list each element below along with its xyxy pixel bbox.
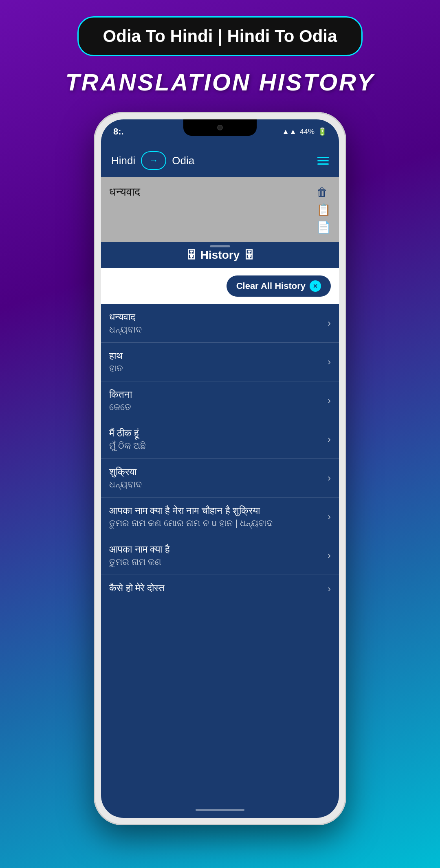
history-translated-5: ତୁମର ନାମ କଣ ମୋର ନାମ ଚ u ହାନ | ଧନ୍ୟବାଦ [109,518,323,529]
history-title-row: 🗄 History 🗄 [186,249,254,262]
history-translated-2: କେତେ [109,402,323,412]
history-item-0[interactable]: धन्यवाद ଧନ୍ୟବାଦ › [101,304,339,343]
target-language: Odia [172,154,194,167]
camera [217,125,223,130]
history-item-text-3: मैं ठीक हूं ମୁଁ ଠିକ ଅଛି [109,427,323,451]
history-original-6: आपका नाम क्या है [109,544,323,555]
chevron-icon-5: › [328,511,331,522]
history-translated-1: ହାତ [109,363,323,374]
clear-history-bar: Clear All History × [101,268,339,304]
arrow-icon: → [149,155,158,166]
language-switcher[interactable]: Hindi → Odia [111,151,194,170]
history-db-icon-left: 🗄 [186,249,196,262]
history-original-4: शुक्रिया [109,466,323,478]
history-item-2[interactable]: कितना କେତେ › [101,381,339,420]
history-item-5[interactable]: आपका नाम क्या है मेरा नाम चौहान है शुक्र… [101,498,339,536]
swap-language-button[interactable]: → [141,151,166,170]
history-item-4[interactable]: शुक्रिया ଧନ୍ୟବାଦ › [101,459,339,498]
clear-all-history-button[interactable]: Clear All History × [227,275,331,297]
status-time: 8:. [113,126,124,137]
battery-indicator: 44% [300,128,315,136]
history-item-text-2: कितना କେତେ [109,389,323,412]
chevron-icon-6: › [328,550,331,561]
chevron-icon-0: › [328,317,331,329]
history-original-1: हाथ [109,350,323,361]
source-text-display: धन्यवाद [109,185,312,199]
history-item-text-1: हाथ ହାତ [109,350,323,374]
history-original-7: कैसे हो मेरे दोस्त [109,582,323,594]
history-db-icon-right: 🗄 [244,249,254,262]
share-icon[interactable]: 📄 [317,220,331,234]
chevron-icon-7: › [328,583,331,595]
notch [183,119,257,136]
history-item-text-4: शुक्रिया ଧନ୍ୟବାଦ [109,466,323,490]
battery-icon: 🔋 [318,127,327,136]
history-original-5: आपका नाम क्या है मेरा नाम चौहान है शुक्र… [109,505,323,516]
chevron-icon-1: › [328,356,331,368]
history-list: धन्यवाद ଧନ୍ୟବାଦ › हाथ ହାତ › कितना କେତେ › [101,304,339,802]
phone-mockup: 8:. ▲▲ 44% 🔋 Hindi → Odia [94,112,346,825]
app-title-banner: Odia To Hindi | Hindi To Odia [77,16,363,56]
history-original-3: मैं ठीक हूं [109,427,323,439]
status-icons: ▲▲ 44% 🔋 [282,127,327,136]
history-translated-4: ଧନ୍ୟବାଦ [109,479,323,490]
history-title-text: History [200,249,240,262]
delete-icon[interactable]: 🗑 [317,185,331,199]
home-indicator [101,802,339,818]
history-item-text-0: धन्यवाद ଧନ୍ୟବାଦ [109,311,323,335]
chevron-icon-2: › [328,395,331,406]
app-title-text: Odia To Hindi | Hindi To Odia [103,26,337,46]
history-item-text-6: आपका नाम क्या है ତୁମର ନାମ କଣ [109,544,323,567]
menu-line-2 [317,160,329,161]
history-item-7[interactable]: कैसे हो मेरे दोस्त › [101,575,339,603]
history-original-0: धन्यवाद [109,311,323,323]
history-item-text-5: आपका नाम क्या है मेरा नाम चौहान है शुक्र… [109,505,323,529]
history-translated-3: ମୁଁ ଠିକ ଅଛି [109,441,323,451]
history-item-1[interactable]: हाथ ହାତ › [101,343,339,381]
signal-icon: ▲▲ [282,128,297,136]
history-header: 🗄 History 🗄 [101,242,339,268]
history-original-2: कितना [109,389,323,400]
menu-line-3 [317,163,329,165]
copy-icon[interactable]: 📋 [317,203,331,216]
history-translated-6: ତୁମର ନାମ କଣ [109,557,323,567]
history-item-6[interactable]: आपका नाम क्या है ତୁମର ନାମ କଣ › [101,536,339,575]
clear-all-label: Clear All History [236,281,306,291]
phone-screen: 8:. ▲▲ 44% 🔋 Hindi → Odia [101,119,339,818]
home-bar [196,809,244,811]
chevron-icon-3: › [328,434,331,445]
translation-input-area[interactable]: धन्यवाद 🗑 📋 📄 [101,177,339,242]
drag-indicator [210,245,230,247]
app-header: Hindi → Odia [101,144,339,177]
menu-button[interactable] [317,157,329,165]
clear-x-icon: × [310,280,321,292]
chevron-icon-4: › [328,472,331,484]
page-title: TRANSLATION HISTORY [65,68,374,96]
status-bar: 8:. ▲▲ 44% 🔋 [101,119,339,144]
history-translated-0: ଧନ୍ୟବାଦ [109,324,323,335]
action-icons-group: 🗑 📋 📄 [317,185,331,234]
source-language: Hindi [111,154,135,167]
menu-line-1 [317,157,329,158]
history-item-text-7: कैसे हो मेरे दोस्त [109,582,323,595]
history-item-3[interactable]: मैं ठीक हूं ମୁଁ ଠିକ ଅଛି › [101,420,339,459]
